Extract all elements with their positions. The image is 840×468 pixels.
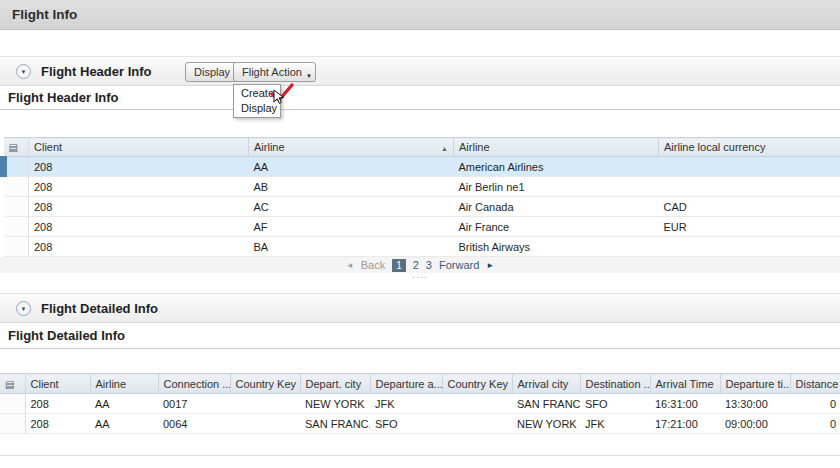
cell-destination: SFO [580,394,650,414]
row-selector[interactable] [4,217,29,237]
cell-airline-name: British Airways [454,237,659,257]
cell-country-key-depart [230,414,300,434]
table-row[interactable]: 208 BA British Airways [4,237,840,257]
forward-arrow-icon[interactable]: ► [486,261,494,270]
menu-item-display[interactable]: Display [235,101,279,116]
cell-currency [659,237,840,257]
column-country-key-depart[interactable]: Country Key [230,374,300,394]
cell-connection: 0064 [158,414,230,434]
column-client[interactable]: Client [29,138,249,157]
section-title: Flight Header Info [41,64,152,79]
cell-departure-airport: JFK [370,394,442,414]
flight-action-button[interactable]: Flight Action ▼ [233,62,316,82]
table-header-row: ▤ Client Airline Connection ... Country … [0,374,840,394]
cell-currency: EUR [659,217,840,237]
cell-client: 208 [29,197,249,217]
select-all-header[interactable]: ▤ [4,138,29,157]
page-2-link[interactable]: 2 [413,259,419,271]
forward-link[interactable]: Forward [439,259,479,271]
collapse-toggle-button[interactable]: ▼ [16,64,31,79]
row-selector[interactable] [4,197,29,217]
row-selector[interactable] [4,157,29,177]
column-label: Depart. city [306,378,362,390]
menu-arrow-icon: ▼ [306,73,312,79]
column-arrival-city[interactable]: Arrival city [512,374,580,394]
column-client[interactable]: Client [25,374,90,394]
resize-handle-dots[interactable]: ···· [0,273,840,283]
column-depart-city[interactable]: Depart. city [300,374,370,394]
cell-airline-code: AF [249,217,454,237]
column-label: Country Key [236,378,297,390]
row-selector[interactable] [0,414,25,434]
display-button[interactable]: Display [185,62,239,82]
back-arrow-icon[interactable]: ◄ [346,261,354,270]
column-label: Airline [96,378,127,390]
cell-country-key-arrival [442,394,512,414]
row-selector[interactable] [4,177,29,197]
column-label: Distance [796,378,839,390]
cell-departure-time: 13:30:00 [720,394,790,414]
app-title-bar: Flight Info [0,0,840,30]
row-selector[interactable] [0,394,25,414]
column-departure-airport[interactable]: Departure a... [370,374,442,394]
column-airline[interactable]: Airline [90,374,158,394]
flight-action-menu: Create Display [233,84,281,118]
page: Flight Info ▼ Flight Header Info Display… [0,0,840,468]
table-row[interactable]: 208 AB Air Berlin ne1 [4,177,840,197]
cell-airline-code: AA [249,157,454,177]
cell-airline-name: American Airlines [454,157,659,177]
column-destination[interactable]: Destination ... [580,374,650,394]
pagination: ◄ Back 1 2 3 Forward ► [0,257,840,273]
cell-airline-code: BA [249,237,454,257]
cell-client: 208 [29,237,249,257]
cell-airline-name: Air Berlin ne1 [454,177,659,197]
column-currency[interactable]: Airline local currency [659,138,840,157]
table-header-row: ▤ Client ▲Airline Airline Airline local … [4,138,840,157]
cell-airline-code: AC [249,197,454,217]
table-row[interactable]: 208 AF Air France EUR [4,217,840,237]
row-selector[interactable] [4,237,29,257]
chevron-down-icon: ▼ [21,306,27,312]
cell-airline: AA [90,394,158,414]
column-departure-time[interactable]: Departure ti... [720,374,790,394]
column-label: Connection ... [164,378,231,390]
cell-client: 208 [25,414,90,434]
cell-depart-city: SAN FRANC... [300,414,370,434]
cell-connection: 0017 [158,394,230,414]
flight-detailed-subheading: Flight Detailed Info [0,323,840,349]
column-arrival-time[interactable]: Arrival Time [650,374,720,394]
column-airline-name[interactable]: Airline [454,138,659,157]
menu-item-display-label: Display [241,102,277,114]
back-link[interactable]: Back [361,259,385,271]
column-airline-code[interactable]: ▲Airline [249,138,454,157]
table-row[interactable]: 208 AA 0064 SAN FRANC... SFO NEW YORK JF… [0,414,840,434]
column-label: Country Key [448,378,509,390]
cell-departure-airport: SFO [370,414,442,434]
table-row[interactable]: 208 AA 0017 NEW YORK JFK SAN FRANC... SF… [0,394,840,414]
cell-client: 208 [29,217,249,237]
column-label: Client [31,378,59,390]
column-label: Arrival Time [656,378,714,390]
collapse-toggle-button[interactable]: ▼ [16,301,31,316]
cell-airline: AA [90,414,158,434]
cell-arrival-city: SAN FRANC... [512,394,580,414]
page-3-link[interactable]: 3 [426,259,432,271]
column-country-key-arrival[interactable]: Country Key [442,374,512,394]
column-connection[interactable]: Connection ... [158,374,230,394]
column-airline-code-label: Airline [254,141,285,153]
menu-item-create-label: Create [241,87,274,99]
select-all-icon: ▤ [5,379,14,390]
column-label: Departure a... [376,378,443,390]
select-all-header[interactable]: ▤ [0,374,25,394]
column-label: Destination ... [586,378,651,390]
column-client-label: Client [34,141,62,153]
table-row[interactable]: 208 AA American Airlines [4,157,840,177]
cell-depart-city: NEW YORK [300,394,370,414]
cell-arrival-time: 17:21:00 [650,414,720,434]
column-currency-label: Airline local currency [664,141,765,153]
cell-departure-time: 09:00:00 [720,414,790,434]
page-1-current[interactable]: 1 [392,259,406,272]
table-row[interactable]: 208 AC Air Canada CAD [4,197,840,217]
column-distance[interactable]: Distance [790,374,840,394]
menu-item-create[interactable]: Create [235,86,279,101]
